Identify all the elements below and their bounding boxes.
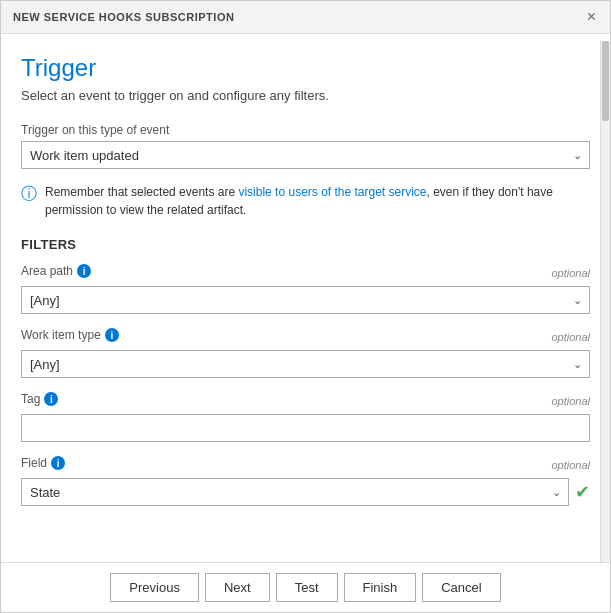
finish-button[interactable]: Finish <box>344 573 417 602</box>
field-group: Field i optional State ⌄ ✔ <box>21 456 590 506</box>
work-item-type-info-icon[interactable]: i <box>105 328 119 342</box>
next-button[interactable]: Next <box>205 573 270 602</box>
previous-button[interactable]: Previous <box>110 573 199 602</box>
info-link[interactable]: visible to users of the target service <box>238 185 426 199</box>
test-button[interactable]: Test <box>276 573 338 602</box>
info-banner-text: Remember that selected events are visibl… <box>45 183 590 219</box>
page-subtitle: Select an event to trigger on and config… <box>21 88 590 103</box>
area-path-label-row: Area path i optional <box>21 264 590 282</box>
area-path-optional: optional <box>551 267 590 279</box>
field-check-icon: ✔ <box>575 481 590 503</box>
trigger-select[interactable]: Work item updated Work item created Work… <box>21 141 590 169</box>
filters-heading: FILTERS <box>21 237 590 252</box>
area-path-group: Area path i optional [Any] ⌄ <box>21 264 590 314</box>
area-path-info-icon[interactable]: i <box>77 264 91 278</box>
area-path-select[interactable]: [Any] <box>21 286 590 314</box>
trigger-event-group: Trigger on this type of event Work item … <box>21 123 590 169</box>
field-label-row: Field i optional <box>21 456 590 474</box>
tag-input[interactable] <box>21 414 590 442</box>
field-info-icon[interactable]: i <box>51 456 65 470</box>
close-button[interactable]: × <box>585 9 598 25</box>
tag-group: Tag i optional <box>21 392 590 442</box>
info-banner-icon: ⓘ <box>21 184 37 205</box>
work-item-type-select[interactable]: [Any] <box>21 350 590 378</box>
dialog-title: NEW SERVICE HOOKS SUBSCRIPTION <box>13 11 234 23</box>
field-optional: optional <box>551 459 590 471</box>
tag-label: Tag i <box>21 392 58 406</box>
work-item-type-label-row: Work item type i optional <box>21 328 590 346</box>
dialog-footer: Previous Next Test Finish Cancel <box>1 562 610 612</box>
field-select[interactable]: State <box>21 478 569 506</box>
info-banner: ⓘ Remember that selected events are visi… <box>21 183 590 219</box>
work-item-type-select-wrapper: [Any] ⌄ <box>21 350 590 378</box>
tag-optional: optional <box>551 395 590 407</box>
dialog-container: NEW SERVICE HOOKS SUBSCRIPTION × Trigger… <box>0 0 611 613</box>
page-title: Trigger <box>21 54 590 82</box>
dialog-body: Trigger Select an event to trigger on an… <box>1 34 610 562</box>
area-path-select-wrapper: [Any] ⌄ <box>21 286 590 314</box>
dialog-titlebar: NEW SERVICE HOOKS SUBSCRIPTION × <box>1 1 610 34</box>
work-item-type-group: Work item type i optional [Any] ⌄ <box>21 328 590 378</box>
work-item-type-label: Work item type i <box>21 328 119 342</box>
tag-label-row: Tag i optional <box>21 392 590 410</box>
trigger-select-wrapper: Work item updated Work item created Work… <box>21 141 590 169</box>
scrollbar-track[interactable] <box>600 41 610 562</box>
trigger-label: Trigger on this type of event <box>21 123 590 137</box>
field-label: Field i <box>21 456 65 470</box>
field-select-wrapper: State ⌄ <box>21 478 569 506</box>
tag-info-icon[interactable]: i <box>44 392 58 406</box>
work-item-type-optional: optional <box>551 331 590 343</box>
field-select-row: State ⌄ ✔ <box>21 478 590 506</box>
area-path-label: Area path i <box>21 264 91 278</box>
cancel-button[interactable]: Cancel <box>422 573 500 602</box>
scrollbar-thumb[interactable] <box>602 41 609 121</box>
